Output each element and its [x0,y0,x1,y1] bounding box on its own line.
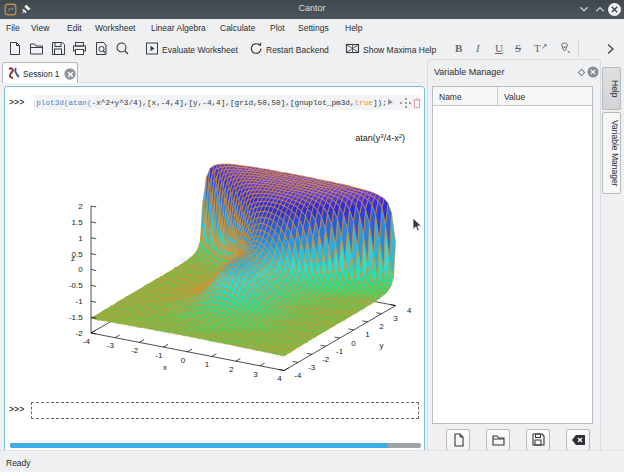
svg-text:3: 3 [393,314,398,323]
svg-text:1: 1 [205,360,210,369]
svg-text:2: 2 [78,202,83,211]
svg-text:1.5: 1.5 [72,218,84,227]
svg-text:-3: -3 [107,341,115,350]
svg-text:y: y [380,341,384,350]
svg-text:0: 0 [78,265,83,274]
svg-text:-2: -2 [322,355,330,364]
svg-text:-1: -1 [336,347,344,356]
svg-text:-3: -3 [308,363,316,372]
svg-text:x: x [163,363,167,372]
svg-text:1: 1 [365,330,370,339]
svg-text:-1.5: -1.5 [69,313,83,322]
svg-text:4: 4 [277,374,282,383]
svg-text:4: 4 [407,306,412,315]
svg-text:3: 3 [253,370,258,379]
svg-text:-1: -1 [155,351,163,360]
svg-text:-2: -2 [131,346,139,355]
svg-text:-4: -4 [83,337,91,346]
svg-text:2: 2 [379,322,384,331]
svg-text:-2: -2 [76,329,84,338]
svg-text:1: 1 [78,234,83,243]
svg-text:0: 0 [351,339,356,348]
svg-text:-4: -4 [294,371,302,380]
svg-text:2: 2 [229,365,234,374]
svg-text:atan(y3/4-x2): atan(y3/4-x2) [355,133,405,144]
svg-text:-0.5: -0.5 [69,281,83,290]
svg-text:z: z [71,254,75,263]
svg-text:-1: -1 [76,297,84,306]
svg-text:0: 0 [181,356,186,365]
